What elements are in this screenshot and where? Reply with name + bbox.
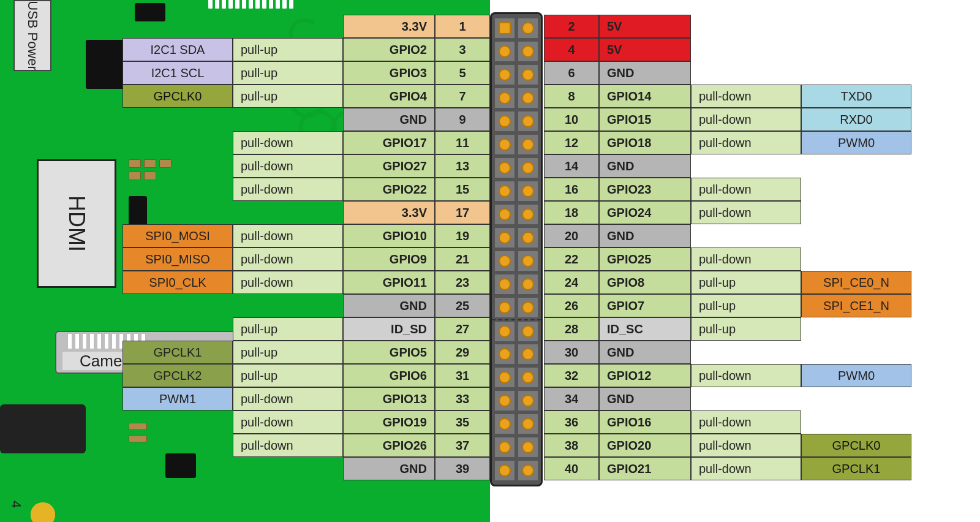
pin-pull: pull-up: [233, 38, 343, 61]
pin-row-9: GND9: [61, 108, 490, 131]
pin-alt-function: SPI0_MISO: [123, 248, 233, 271]
pin-name: GPIO3: [343, 61, 435, 85]
header-pin: [518, 274, 538, 294]
pin-number: 6: [544, 61, 599, 85]
pin-number: 35: [435, 410, 490, 434]
page-corner-number: 4: [8, 501, 24, 508]
pin-number: 37: [435, 434, 490, 457]
pin-name: GPIO7: [599, 294, 691, 317]
pin-number: 31: [435, 364, 490, 387]
header-pin: [495, 228, 514, 248]
pin-row-1: 3.3V1: [61, 15, 490, 38]
pin-number: 32: [544, 364, 599, 387]
pin-number: 7: [435, 85, 490, 108]
pin-row-19: SPI0_MOSIpull-downGPIO1019: [61, 224, 490, 248]
header-pin: [518, 228, 538, 248]
pin-pull: pull-down: [233, 178, 343, 201]
pin-name: GPIO26: [343, 434, 435, 457]
pin-pull: pull-down: [691, 201, 801, 224]
pin-row-3: I2C1 SDApull-upGPIO23: [61, 38, 490, 61]
pin-number: 5: [435, 61, 490, 85]
pin-number: 14: [544, 154, 599, 178]
pin-labels-left: 3.3V1I2C1 SDApull-upGPIO23I2C1 SCLpull-u…: [61, 15, 490, 480]
pin-name: GPIO8: [599, 271, 691, 294]
pin-labels-right: 25V45V6GND8GPIO14pull-downTXD010GPIO15pu…: [544, 15, 973, 480]
pin-row-26: 26GPIO7pull-upSPI_CE1_N: [544, 294, 973, 317]
pin-name: GND: [599, 224, 691, 248]
header-pin: [495, 391, 514, 410]
pin-number: 27: [435, 317, 490, 341]
header-pin: [518, 112, 538, 131]
pin-number: 2: [544, 15, 599, 38]
pin-row-40: 40GPIO21pull-downGPCLK1: [544, 457, 973, 480]
header-pin: [518, 322, 538, 341]
pin-row-6: 6GND: [544, 61, 973, 85]
header-pin: [495, 368, 514, 387]
pin-row-4: 45V: [544, 38, 973, 61]
pin-number: 26: [544, 294, 599, 317]
header-pin: [495, 181, 514, 201]
header-pin: [495, 344, 514, 364]
pin-row-11: pull-downGPIO1711: [61, 131, 490, 154]
pin-alt-function: PWM0: [801, 364, 911, 387]
pin-pull: pull-down: [233, 131, 343, 154]
pin-row-icon: [208, 0, 293, 9]
pin-name: GPIO9: [343, 248, 435, 271]
header-pin: [518, 391, 538, 410]
pin-name: GND: [599, 387, 691, 410]
pin-row-7: GPCLK0pull-upGPIO47: [61, 85, 490, 108]
pin-row-22: 22GPIO25pull-down: [544, 248, 973, 271]
pin-name: 3.3V: [343, 201, 435, 224]
pin-name: GPIO10: [343, 224, 435, 248]
pin-name: GPIO21: [599, 457, 691, 480]
pin-row-37: pull-downGPIO2637: [61, 434, 490, 457]
mounting-hole-icon: [31, 502, 55, 522]
pin-number: 9: [435, 108, 490, 131]
pin-row-39: GND39: [61, 457, 490, 480]
pin-number: 23: [435, 271, 490, 294]
header-pin: [518, 135, 538, 154]
pin-number: 17: [435, 201, 490, 224]
pin-number: 28: [544, 317, 599, 341]
pin-row-20: 20GND: [544, 224, 973, 248]
pin-name: 5V: [599, 15, 691, 38]
pin-number: 16: [544, 178, 599, 201]
pin-row-10: 10GPIO15pull-downRXD0: [544, 108, 973, 131]
pin-alt-function: GPCLK2: [123, 364, 233, 387]
header-pin: [495, 65, 514, 85]
header-pin: [495, 112, 514, 131]
pin-number: 1: [435, 15, 490, 38]
pin-pull: pull-up: [233, 341, 343, 364]
pin-number: 13: [435, 154, 490, 178]
pin-name: GPIO15: [599, 108, 691, 131]
pin-name: GND: [599, 341, 691, 364]
pin-number: 8: [544, 85, 599, 108]
pin-pull: pull-down: [233, 248, 343, 271]
pin-number: 34: [544, 387, 599, 410]
pin-pull: pull-down: [691, 178, 801, 201]
pin-pull: pull-down: [691, 457, 801, 480]
pin-name: GND: [343, 457, 435, 480]
pin-alt-function: PWM1: [123, 387, 233, 410]
pin-row-12: 12GPIO18pull-downPWM0: [544, 131, 973, 154]
pin-row-13: pull-downGPIO2713: [61, 154, 490, 178]
pin-pull: pull-down: [691, 108, 801, 131]
pin-name: GPIO5: [343, 341, 435, 364]
header-pin: [518, 461, 538, 480]
pin-name: GPIO17: [343, 131, 435, 154]
header-pin: [495, 274, 514, 294]
pin-pull: pull-up: [691, 317, 801, 341]
pin-row-33: PWM1pull-downGPIO1333: [61, 387, 490, 410]
header-pin: [518, 205, 538, 224]
pin-row-17: 3.3V17: [61, 201, 490, 224]
usb-power-label: USB Power: [24, 1, 40, 70]
header-pin: [495, 135, 514, 154]
pin-row-8: 8GPIO14pull-downTXD0: [544, 85, 973, 108]
header-pin: [495, 414, 514, 434]
pin-name: GPIO27: [343, 154, 435, 178]
header-pin: [495, 461, 514, 480]
pin-pull: pull-down: [691, 248, 801, 271]
pin-row-35: pull-downGPIO1935: [61, 410, 490, 434]
pin-row-36: 36GPIO16pull-down: [544, 410, 973, 434]
pin-name: GND: [599, 61, 691, 85]
